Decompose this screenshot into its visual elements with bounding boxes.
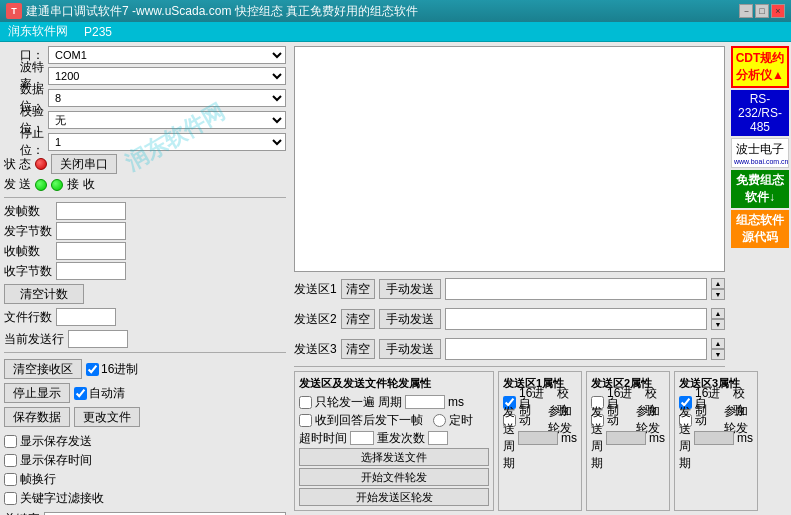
- source-sub-label: 源代码: [733, 229, 787, 246]
- send-area-3-scroll[interactable]: ▲ ▼: [711, 338, 725, 360]
- send-area-2-input[interactable]: [445, 308, 707, 330]
- stop-bits-row: 停止位： 1: [4, 132, 286, 152]
- save-data-button[interactable]: 保存数据: [4, 407, 70, 427]
- free-org-ad[interactable]: 免费组态 软件↓: [731, 170, 789, 208]
- source-ad[interactable]: 组态软件 源代码: [731, 210, 789, 248]
- port-select[interactable]: COM1: [48, 46, 286, 64]
- send-area-3-row: 发送区3 清空 手动发送 ▲ ▼: [294, 336, 725, 362]
- free-sub-label: 软件↓: [733, 189, 787, 206]
- show-save-time-checkbox[interactable]: [4, 454, 17, 467]
- keyword-filter-checkbox[interactable]: [4, 492, 17, 505]
- scroll-up-2[interactable]: ▲: [711, 308, 725, 319]
- scroll-up-3[interactable]: ▲: [711, 338, 725, 349]
- area1-period-input[interactable]: 1000: [518, 431, 558, 445]
- menu-item-1[interactable]: P235: [80, 25, 116, 39]
- baud-select[interactable]: 1200: [48, 67, 286, 85]
- port-row: 口： COM1: [4, 46, 286, 64]
- recv-frames-label: 收帧数: [4, 242, 52, 260]
- close-button[interactable]: ×: [771, 4, 785, 18]
- area2-ms-label: ms: [649, 431, 665, 445]
- maximize-button[interactable]: □: [755, 4, 769, 18]
- send-area-2-row: 发送区2 清空 手动发送 ▲ ▼: [294, 306, 725, 332]
- send-once-label: 只轮发一遍: [315, 394, 375, 411]
- parity-select[interactable]: 无: [48, 111, 286, 129]
- scroll-down-2[interactable]: ▼: [711, 319, 725, 330]
- send-once-checkbox[interactable]: [299, 396, 312, 409]
- start-file-button[interactable]: 开始文件轮发: [299, 468, 489, 486]
- clear-recv-button[interactable]: 清空接收区: [4, 359, 82, 379]
- wave-url: www.boai.com.cn: [734, 158, 786, 165]
- keyword-label: 关键字: [4, 511, 40, 515]
- stop-display-button[interactable]: 停止显示: [4, 383, 70, 403]
- area2-period-input[interactable]: 1000: [606, 431, 646, 445]
- current-row-value[interactable]: [68, 330, 128, 348]
- reply-next-checkbox[interactable]: [299, 414, 312, 427]
- scroll-down-3[interactable]: ▼: [711, 349, 725, 360]
- clear-count-button[interactable]: 清空计数: [4, 284, 84, 304]
- close-port-button[interactable]: 关闭串口: [51, 154, 117, 174]
- scroll-down-1[interactable]: ▼: [711, 289, 725, 300]
- file-rows-label: 文件行数: [4, 309, 52, 326]
- auto-clear-label: 自动清: [89, 385, 125, 402]
- menu-item-0[interactable]: 润东软件网: [4, 23, 72, 40]
- start-send-button[interactable]: 开始发送区轮发: [299, 488, 489, 506]
- area3-period-input[interactable]: 1000: [694, 431, 734, 445]
- send-frames-value[interactable]: [56, 202, 126, 220]
- area1-period-label: 发送周期: [503, 404, 515, 472]
- current-row-label: 当前发送行: [4, 331, 64, 348]
- free-org-label: 免费组态: [733, 172, 787, 189]
- source-org-label: 组态软件: [733, 212, 787, 229]
- send-area-1-input[interactable]: [445, 278, 707, 300]
- timeout-input[interactable]: 5: [350, 431, 374, 445]
- minimize-button[interactable]: －: [739, 4, 753, 18]
- wave-ad[interactable]: 波士电子 www.boai.com.cn: [731, 138, 789, 168]
- status-row: 状 态 关闭串口: [4, 154, 286, 174]
- frame-change-checkbox[interactable]: [4, 473, 17, 486]
- send-area-1-label: 发送区1: [294, 281, 337, 298]
- send-area-3-clear[interactable]: 清空: [341, 339, 375, 359]
- hex16-checkbox[interactable]: [86, 363, 99, 376]
- timer-radio[interactable]: [433, 414, 446, 427]
- title-bar: T 建通串口调试软件7 -www.uScada.com 快控组态 真正免费好用的…: [0, 0, 791, 22]
- send-bytes-value[interactable]: [56, 222, 126, 240]
- auto-clear-checkbox[interactable]: [74, 387, 87, 400]
- area3-period-label: 发送周期: [679, 404, 691, 472]
- baud-row: 波特率： 1200: [4, 66, 286, 86]
- props-container: 发送区及发送文件轮发属性 只轮发一遍 周期 1000 ms 收到回答后发下一帧 …: [294, 366, 725, 511]
- rs-ad[interactable]: RS-232/RS-485: [731, 90, 789, 136]
- recv-led: [51, 179, 63, 191]
- send-area-1-scroll[interactable]: ▲ ▼: [711, 278, 725, 300]
- period-input[interactable]: 1000: [405, 395, 445, 409]
- file-rows-value[interactable]: [56, 308, 116, 326]
- timeout-label: 超时时间: [299, 430, 347, 447]
- recv-bytes-value[interactable]: [56, 262, 126, 280]
- scroll-up-1[interactable]: ▲: [711, 278, 725, 289]
- cdt-sub: 分析仪▲: [735, 67, 785, 84]
- recv-frames-value[interactable]: [56, 242, 126, 260]
- retry-input[interactable]: 1: [428, 431, 448, 445]
- change-file-button[interactable]: 更改文件: [74, 407, 140, 427]
- left-panel: 口： COM1 波特率： 1200 数据位： 8 校验位： 无: [0, 42, 290, 515]
- stop-bits-select[interactable]: 1: [48, 133, 286, 151]
- keyword-input[interactable]: [44, 512, 286, 516]
- keyword-filter-label: 关键字过滤接收: [20, 490, 104, 507]
- cdt-ad[interactable]: CDT规约 分析仪▲: [731, 46, 789, 88]
- select-file-button[interactable]: 选择发送文件: [299, 448, 489, 466]
- data-bits-select[interactable]: 8: [48, 89, 286, 107]
- send-area-1-clear[interactable]: 清空: [341, 279, 375, 299]
- send-area-2-manual[interactable]: 手动发送: [379, 309, 441, 329]
- show-save-send-checkbox[interactable]: [4, 435, 17, 448]
- retry-label: 重发次数: [377, 430, 425, 447]
- recv-bytes-label: 收字节数: [4, 262, 52, 280]
- timer-label: 定时: [449, 412, 473, 429]
- global-props-title: 发送区及发送文件轮发属性: [299, 376, 489, 391]
- send-area-3-manual[interactable]: 手动发送: [379, 339, 441, 359]
- send-area-2-clear[interactable]: 清空: [341, 309, 375, 329]
- send-area-3-label: 发送区3: [294, 341, 337, 358]
- frame-change-label: 帧换行: [20, 471, 56, 488]
- show-save-send-label: 显示保存发送: [20, 433, 92, 450]
- send-area-3-input[interactable]: [445, 338, 707, 360]
- send-bytes-label: 发字节数: [4, 222, 52, 240]
- send-area-1-manual[interactable]: 手动发送: [379, 279, 441, 299]
- send-area-2-scroll[interactable]: ▲ ▼: [711, 308, 725, 330]
